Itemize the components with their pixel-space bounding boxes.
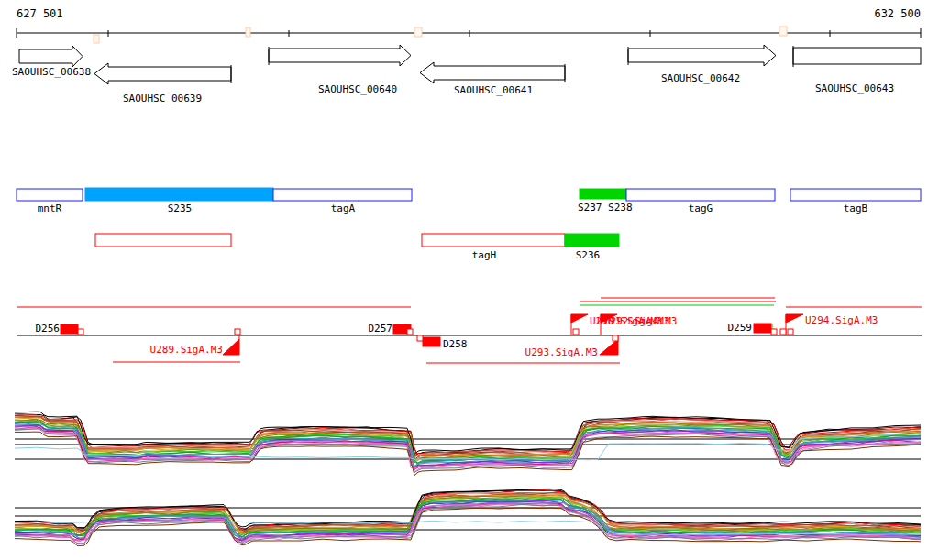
tss-flag-down[interactable] bbox=[600, 339, 618, 355]
tss-square[interactable] bbox=[771, 329, 777, 335]
feature-tagB[interactable] bbox=[790, 189, 921, 201]
feature-tagA[interactable] bbox=[273, 189, 412, 201]
feature-feature-unnamed[interactable] bbox=[95, 234, 231, 247]
tss-square[interactable] bbox=[78, 329, 83, 335]
tss-site-label-D259: D259 bbox=[728, 322, 753, 334]
genome-browser: SAOUHSC_00638SAOUHSC_00639SAOUHSC_00640S… bbox=[0, 0, 939, 560]
gene-arrow-SAOUHSC_00638[interactable] bbox=[19, 46, 83, 67]
tss-site-D259[interactable] bbox=[754, 324, 771, 333]
tss-flag-up[interactable] bbox=[571, 314, 588, 323]
gene-arrow-SAOUHSC_00642[interactable] bbox=[628, 45, 776, 66]
feature-tagH[interactable] bbox=[422, 234, 565, 247]
tss-label-U289.SigA.M3: U289.SigA.M3 bbox=[150, 344, 223, 356]
ruler-selection-marker[interactable] bbox=[779, 27, 787, 36]
gene-label-SAOUHSC_00640: SAOUHSC_00640 bbox=[318, 83, 397, 95]
gene-arrow-SAOUHSC_00641[interactable] bbox=[420, 62, 565, 83]
tss-square[interactable] bbox=[407, 329, 413, 335]
feature-label-tagG: tagG bbox=[689, 203, 713, 214]
tss-site-D258[interactable] bbox=[423, 337, 440, 346]
tss-label-U294.SigA.M3: U294.SigA.M3 bbox=[805, 314, 878, 326]
ruler-selection-marker[interactable] bbox=[414, 27, 422, 37]
gene-label-SAOUHSC_00641: SAOUHSC_00641 bbox=[454, 84, 533, 96]
gene-label-SAOUHSC_00639: SAOUHSC_00639 bbox=[123, 93, 202, 104]
tss-square[interactable] bbox=[613, 335, 618, 341]
gene-label-SAOUHSC_00638: SAOUHSC_00638 bbox=[12, 66, 91, 78]
gene-arrow-SAOUHSC_00639[interactable] bbox=[94, 63, 231, 84]
gene-label-SAOUHSC_00642: SAOUHSC_00642 bbox=[661, 72, 740, 84]
browser-canvas: SAOUHSC_00638SAOUHSC_00639SAOUHSC_00640S… bbox=[0, 0, 939, 560]
feature-label-mntR: mntR bbox=[38, 203, 62, 214]
gene-label-SAOUHSC_00643: SAOUHSC_00643 bbox=[815, 82, 894, 94]
feature-S236[interactable] bbox=[565, 234, 619, 247]
feature-label-S237-S238: S237 S238 bbox=[578, 202, 633, 214]
feature-label-S236: S236 bbox=[576, 249, 601, 261]
tss-label-U292.SigA.M3: U292.SigA.M3 bbox=[604, 315, 677, 327]
ruler-selection-marker[interactable] bbox=[94, 35, 99, 43]
gene-arrow-SAOUHSC_00640[interactable] bbox=[269, 45, 411, 66]
feature-label-tagA: tagA bbox=[331, 203, 356, 214]
tss-square[interactable] bbox=[417, 335, 423, 341]
tss-site-label-D256: D256 bbox=[36, 323, 61, 335]
gene-arrow-SAOUHSC_00643[interactable] bbox=[793, 48, 921, 64]
feature-label-S235: S235 bbox=[168, 203, 193, 214]
feature-tagG[interactable] bbox=[626, 189, 775, 201]
feature-mntR[interactable] bbox=[17, 189, 83, 201]
ruler-start-coordinate: 627 501 bbox=[17, 7, 63, 20]
ruler-selection-marker[interactable] bbox=[246, 27, 250, 37]
tss-site-label-D257: D257 bbox=[369, 323, 393, 335]
tss-flag-up[interactable] bbox=[786, 314, 803, 323]
feature-label-tagH: tagH bbox=[472, 249, 497, 261]
feature-label-tagB: tagB bbox=[844, 203, 868, 214]
tss-square[interactable] bbox=[573, 329, 579, 335]
tss-site-label-D258: D258 bbox=[443, 338, 468, 350]
tss-square[interactable] bbox=[780, 329, 786, 335]
tss-label-U293.SigA.M3: U293.SigA.M3 bbox=[525, 346, 598, 358]
feature-S235[interactable] bbox=[85, 188, 273, 201]
tss-site-D256[interactable] bbox=[61, 324, 78, 334]
tss-square[interactable] bbox=[788, 329, 793, 335]
feature-S237-S238[interactable] bbox=[580, 189, 626, 199]
ruler-end-coordinate: 632 500 bbox=[874, 7, 921, 20]
tss-flag-down[interactable] bbox=[223, 339, 239, 355]
tss-square[interactable] bbox=[235, 329, 240, 335]
